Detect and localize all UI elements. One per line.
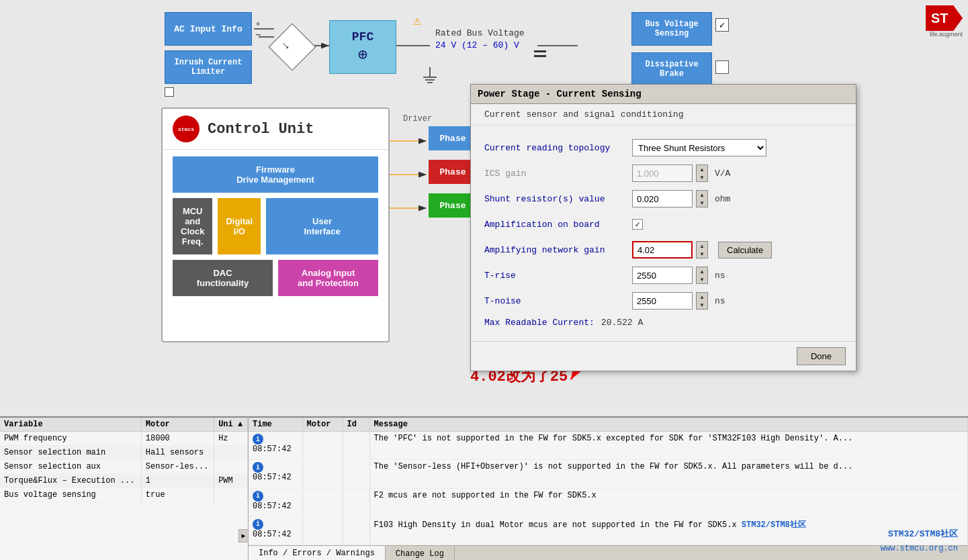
topology-row: Current reading topology Three Shunt Res…	[484, 138, 842, 158]
t-noise-label: T-noise	[484, 296, 632, 306]
variables-table: Variable Motor Uni ▲ PWM frequency 18000…	[0, 418, 248, 502]
inrush-block[interactable]: Inrush CurrentLimiter	[165, 50, 252, 84]
info-icon: i	[253, 462, 263, 473]
bottom-tabs: Info / Errors / Warnings Change Log	[249, 545, 968, 560]
var-col-unit: Uni ▲	[214, 418, 248, 432]
max-readable-value: 20.522 A	[601, 318, 643, 328]
pfc-block[interactable]: PFC ⊕	[329, 20, 396, 74]
ics-gain-spinner[interactable]: ▲ ▼	[696, 165, 708, 182]
bus-voltage-checkbox[interactable]: ✓	[715, 18, 729, 32]
modal-dialog: Power Stage - Current Sensing Current se…	[470, 84, 856, 371]
done-button[interactable]: Done	[797, 347, 846, 365]
inrush-checkbox[interactable]	[165, 87, 174, 97]
amp-gain-up[interactable]: ▲	[697, 242, 707, 250]
user-interface-btn[interactable]: UserInterface	[266, 198, 378, 254]
stmcu-logo: stmcs	[173, 115, 200, 142]
t-noise-up[interactable]: ▲	[697, 293, 707, 301]
var-col-variable: Variable	[0, 418, 141, 432]
svg-text:∘: ∘	[255, 19, 261, 30]
shunt-input[interactable]	[632, 190, 693, 207]
t-noise-spinner[interactable]: ▲ ▼	[696, 292, 708, 310]
table-row: Sensor selection aux Sensor-les...	[0, 460, 248, 474]
amp-gain-spinner[interactable]: ▲ ▼	[696, 241, 708, 259]
driver-label: Driver	[403, 114, 432, 124]
t-noise-unit: ns	[715, 296, 725, 306]
log-panel: Time Motor Id Message i 08:57:42 The 'PF…	[249, 418, 968, 560]
life-augment-text: life.augment	[930, 31, 963, 38]
log-col-motor: Motor	[302, 418, 343, 432]
stm32-watermark: STM32/STM8社区	[888, 528, 958, 540]
info-icon: i	[253, 519, 263, 530]
fw-drive-mgmt-btn[interactable]: FirmwareDrive Management	[173, 156, 378, 193]
t-noise-down[interactable]: ▼	[697, 301, 707, 309]
dissipative-checkbox[interactable]	[715, 60, 729, 74]
log-col-id: Id	[343, 418, 369, 432]
svg-text:∼: ∼	[255, 30, 261, 40]
log-table: Time Motor Id Message i 08:57:42 The 'PF…	[249, 418, 968, 545]
shunt-up[interactable]: ▲	[697, 191, 707, 199]
pfc-symbol: ⊕	[358, 45, 367, 64]
digital-io-btn[interactable]: Digital I/O	[218, 198, 261, 254]
amp-gain-input[interactable]	[632, 241, 693, 259]
var-col-motor: Motor	[141, 418, 214, 432]
ics-gain-row: ICS gain ▲ ▼ V/A	[484, 163, 842, 183]
log-col-message: Message	[369, 418, 968, 432]
log-row: i 08:57:42 F2 mcus are not supported in …	[249, 488, 968, 516]
ics-gain-input[interactable]	[632, 165, 693, 182]
table-row: Torque&Flux – Execution ... 1 PWM	[0, 474, 248, 488]
dac-btn[interactable]: DACfunctionality	[173, 260, 273, 296]
shunt-label: Shunt resistor(s) value	[484, 194, 632, 204]
control-unit-area: stmcs Control Unit FirmwareDrive Managem…	[161, 107, 390, 342]
amp-board-label: Amplification on board	[484, 220, 632, 230]
variables-panel: Variable Motor Uni ▲ PWM frequency 18000…	[0, 418, 249, 560]
ics-gain-down[interactable]: ▼	[697, 173, 707, 181]
table-row: PWM frequency 18000 Hz	[0, 432, 248, 446]
rated-bus-value: 24 V (12 – 60) V	[435, 40, 519, 50]
dissipative-block[interactable]: DissipativeBrake	[631, 52, 712, 86]
stmcu-website: www.stmcu.org.cn	[881, 544, 958, 553]
modal-subtitle: Current sensor and signal conditioning	[471, 104, 856, 126]
mcu-clock-btn[interactable]: MCU andClock Freq.	[173, 198, 212, 254]
topology-select[interactable]: Three Shunt Resistors	[632, 139, 766, 156]
t-rise-down[interactable]: ▼	[697, 275, 707, 283]
tab-change-log[interactable]: Change Log	[386, 546, 455, 560]
calculate-button[interactable]: Calculate	[718, 242, 772, 259]
amp-board-row: Amplification on board ✓	[484, 214, 842, 234]
log-row: i 08:57:42 The 'Sensor-less (HFI+Observe…	[249, 460, 968, 488]
shunt-down[interactable]: ▼	[697, 199, 707, 207]
shunt-unit: ohm	[715, 194, 730, 204]
t-noise-row: T-noise ▲ ▼ ns	[484, 291, 842, 311]
ics-gain-up[interactable]: ▲	[697, 165, 707, 173]
rated-bus-label: Rated Bus Voltage	[435, 28, 525, 38]
log-row: i 08:57:42 F103 High Density in dual Mot…	[249, 516, 968, 545]
topology-label: Current reading topology	[484, 143, 632, 153]
max-readable-row: Max Readable Current: 20.522 A	[484, 318, 842, 328]
max-readable-label: Max Readable Current:	[484, 318, 595, 328]
t-rise-input[interactable]	[632, 267, 693, 284]
analog-input-btn[interactable]: Analog Inputand Protection	[278, 260, 378, 296]
expand-arrow[interactable]: ▶	[238, 529, 249, 543]
t-noise-input[interactable]	[632, 292, 693, 310]
shunt-spinner[interactable]: ▲ ▼	[696, 190, 708, 207]
info-icon: i	[253, 434, 263, 445]
t-rise-unit: ns	[715, 271, 725, 281]
ics-gain-unit: V/A	[715, 169, 730, 179]
diamond-symbol	[269, 24, 316, 71]
ac-input-block[interactable]: AC Input Info	[165, 12, 252, 46]
amp-gain-down[interactable]: ▼	[697, 250, 707, 258]
shunt-row: Shunt resistor(s) value ▲ ▼ ohm	[484, 189, 842, 209]
logo-area: ST life.augment	[909, 5, 963, 39]
tab-info-errors[interactable]: Info / Errors / Warnings	[249, 546, 386, 560]
table-row: Bus voltage sensing true	[0, 488, 248, 502]
warning-icon: ⚠	[413, 12, 421, 29]
t-rise-spinner[interactable]: ▲ ▼	[696, 267, 708, 284]
info-icon: i	[253, 491, 263, 502]
ics-gain-label: ICS gain	[484, 169, 632, 179]
bus-voltage-block[interactable]: Bus VoltageSensing	[631, 12, 712, 46]
log-col-time: Time	[249, 418, 302, 432]
amp-board-checkbox[interactable]: ✓	[632, 219, 643, 230]
t-rise-label: T-rise	[484, 271, 632, 281]
modal-title-bar: Power Stage - Current Sensing	[471, 85, 856, 104]
t-rise-up[interactable]: ▲	[697, 267, 707, 275]
table-row: Sensor selection main Hall sensors	[0, 446, 248, 460]
